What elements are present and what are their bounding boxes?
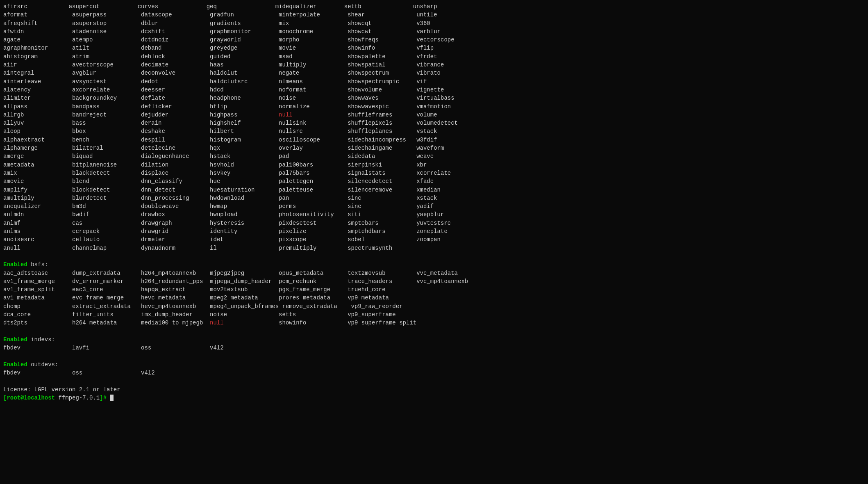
enabled-indevs-header: Enabled indevs: bbox=[3, 336, 865, 344]
bsf-row-6: dca_core filter_units imx_dump_header no… bbox=[3, 310, 865, 319]
bsf-row-2: av1_frame_merge dv_error_marker h264_red… bbox=[3, 277, 865, 285]
filter-row-8: aiir avectorscope decimate haas multiply… bbox=[3, 61, 865, 69]
filter-row-6: agraphmonitor atilt deband greyedge movi… bbox=[3, 44, 865, 52]
filter-row-15: allyuv bass derain highshelf nullsink sh… bbox=[3, 119, 865, 127]
license-line: License: LGPL version 2.1 or later bbox=[3, 386, 865, 394]
filter-row-11: alatency axcorrelate deesser hdcd noform… bbox=[3, 86, 865, 94]
filter-row-13: allpass bandpass deflicker hflip normali… bbox=[3, 103, 865, 111]
filter-row-25: anequalizer bm3d doubleweave hwmap perms… bbox=[3, 202, 865, 210]
filter-row-29: anoisesrc cellauto drmeter idet pixscope… bbox=[3, 235, 865, 244]
filter-row-20: ametadata bitplanenoise dilation hsvhold… bbox=[3, 161, 865, 169]
outdev-row-1: fbdev oss v4l2 bbox=[3, 369, 865, 377]
filter-row-27: anlmf cas drawgraph hysteresis pixdescte… bbox=[3, 219, 865, 227]
enabled-filters-header: Enabled bsfs: bbox=[3, 260, 865, 269]
indev-row-1: fbdev lavfi oss v4l2 bbox=[3, 344, 865, 352]
bsf-row-3: av1_frame_split eac3_core hapqa_extract … bbox=[3, 285, 865, 294]
filter-row-19: amerge biquad dialoguenhance hstack pad … bbox=[3, 152, 865, 160]
filter-row-3: afreqshift asuperstop dblur gradients mi… bbox=[3, 19, 865, 27]
filter-row-17: alphaextract bench despill histogram osc… bbox=[3, 136, 865, 144]
filter-row-2: aformat asuperpass datascope gradfun min… bbox=[3, 11, 865, 19]
prompt-line[interactable]: [root@localhost ffmpeg-7.0.1]# bbox=[3, 394, 865, 402]
filter-row-14: allrgb bandreject dejudder highpass null… bbox=[3, 111, 865, 119]
filter-row-12: alimiter backgroundkey deflate headphone… bbox=[3, 94, 865, 102]
filter-row-26: anlmdn bwdif drawbox hwupload photosensi… bbox=[3, 210, 865, 219]
filter-row-5: agate atempo dctdnoiz grayworld morpho s… bbox=[3, 36, 865, 44]
filter-row-18: alphamerge bilateral detelecine hqx over… bbox=[3, 144, 865, 152]
filter-row-9: aintegral avgblur deconvolve haldclut ne… bbox=[3, 69, 865, 77]
filter-row-7: ahistogram atrim deblock guided msad sho… bbox=[3, 53, 865, 61]
enabled-outdevs-header: Enabled outdevs: bbox=[3, 361, 865, 369]
terminal-window: afirsrc asupercut curves geq midequalize… bbox=[0, 0, 868, 484]
filter-row-16: aloop bbox deshake hilbert nullsrc shuff… bbox=[3, 127, 865, 135]
filter-row-28: anlms ccrepack drawgrid identity pixeliz… bbox=[3, 227, 865, 235]
filter-row-24: amultiply blurdetect dnn_processing hwdo… bbox=[3, 194, 865, 202]
filter-row-21: amix blackdetect displace hsvkey pal75ba… bbox=[3, 169, 865, 177]
filter-row-4: afwtdn atadenoise dcshift graphmonitor m… bbox=[3, 27, 865, 36]
bsf-row-5: chomp extract_extradata hevc_mp4toannexb… bbox=[3, 302, 865, 310]
bsf-row-1: aac_adtstoasc dump_extradata h264_mp4toa… bbox=[3, 269, 865, 277]
filter-row-1: afirsrc asupercut curves geq midequalize… bbox=[3, 2, 865, 11]
filter-row-22: amovie blend dnn_classify hue palettegen… bbox=[3, 177, 865, 185]
filter-row-23: amplify blockdetect dnn_detect huesatura… bbox=[3, 186, 865, 194]
bsf-row-4: av1_metadata evc_frame_merge hevc_metada… bbox=[3, 294, 865, 302]
bsf-row-7: dts2pts h264_metadata media100_to_mjpegb… bbox=[3, 319, 865, 327]
filter-row-10: ainterleave avsynctest dedot haldclutsrc… bbox=[3, 78, 865, 86]
filter-row-30: anull channelmap dynaudnorm il premultip… bbox=[3, 244, 865, 252]
